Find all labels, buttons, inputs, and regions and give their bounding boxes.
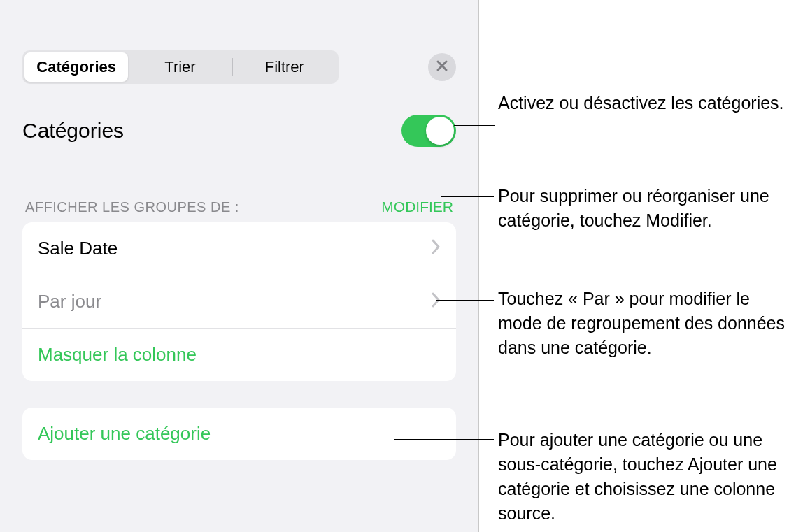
- group-primary-row[interactable]: Sale Date: [22, 222, 456, 275]
- add-category-label: Ajouter une catégorie: [38, 423, 211, 444]
- close-button[interactable]: [428, 53, 456, 81]
- group-primary-label: Sale Date: [38, 238, 118, 259]
- segmented-control: Catégories Trier Filtrer: [22, 50, 339, 84]
- annotation-panel: Activez ou désactivez les catégories. Po…: [479, 0, 789, 532]
- connector-line: [395, 439, 494, 440]
- callout-toggle: Activez ou désactivez les catégories.: [498, 91, 784, 115]
- tab-categories[interactable]: Catégories: [24, 52, 128, 82]
- section-title: Catégories: [22, 119, 124, 143]
- chevron-right-icon: [431, 238, 441, 259]
- tab-label: Trier: [164, 58, 195, 76]
- groups-list: Sale Date Par jour Masquer la colonne: [22, 222, 456, 381]
- group-by-label: Par jour: [38, 291, 101, 312]
- callout-edit: Pour supprimer ou réorganiser une catégo…: [498, 184, 789, 233]
- connector-line: [441, 196, 494, 197]
- tab-label: Catégories: [36, 58, 116, 76]
- connector-line: [436, 300, 494, 301]
- edit-button[interactable]: MODIFIER: [381, 199, 453, 215]
- toggle-knob: [426, 117, 454, 145]
- tab-filter[interactable]: Filtrer: [233, 52, 336, 82]
- callout-by: Touchez « Par » pour modifier le mode de…: [498, 287, 789, 360]
- hide-column-button[interactable]: Masquer la colonne: [22, 329, 456, 381]
- connector-line: [454, 125, 495, 126]
- groups-label: AFFICHER LES GROUPES DE :: [25, 199, 239, 215]
- tab-row: Catégories Trier Filtrer: [22, 50, 456, 84]
- group-by-row[interactable]: Par jour: [22, 275, 456, 329]
- settings-panel: Catégories Trier Filtrer Catégories AFFI…: [0, 0, 479, 532]
- categories-toggle[interactable]: [401, 115, 456, 147]
- add-category-card: Ajouter une catégorie: [22, 408, 456, 460]
- groups-header: AFFICHER LES GROUPES DE : MODIFIER: [22, 199, 456, 215]
- chevron-right-icon: [431, 291, 441, 312]
- hide-column-label: Masquer la colonne: [38, 344, 197, 366]
- tab-sort[interactable]: Trier: [128, 52, 232, 82]
- add-category-button[interactable]: Ajouter une catégorie: [22, 408, 456, 460]
- close-icon: [436, 59, 448, 75]
- tab-label: Filtrer: [265, 58, 304, 76]
- callout-add: Pour ajouter une catégorie ou une sous-c…: [498, 428, 789, 526]
- section-header: Catégories: [22, 115, 456, 147]
